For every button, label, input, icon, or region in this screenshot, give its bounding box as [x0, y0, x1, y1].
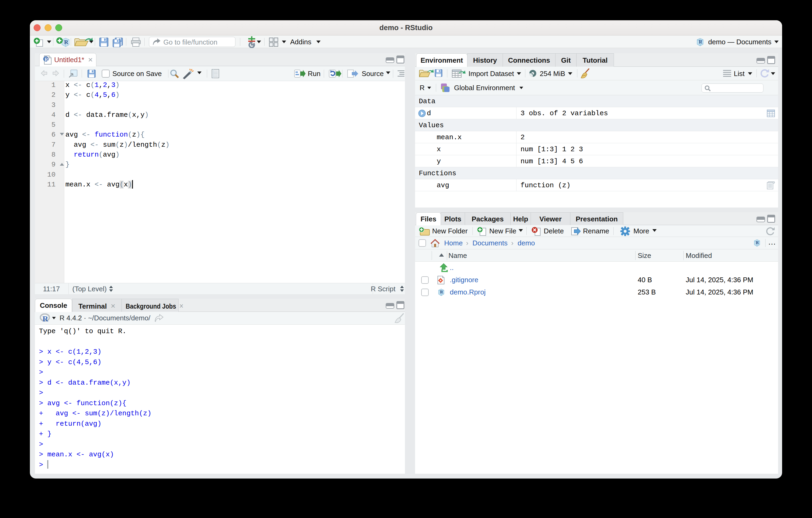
svg-text:R: R	[64, 39, 68, 45]
svg-text:R: R	[699, 39, 702, 44]
svg-text:R: R	[756, 240, 759, 245]
svg-text:R: R	[42, 314, 48, 323]
svg-text:R: R	[45, 57, 48, 62]
svg-text:R: R	[440, 290, 443, 295]
